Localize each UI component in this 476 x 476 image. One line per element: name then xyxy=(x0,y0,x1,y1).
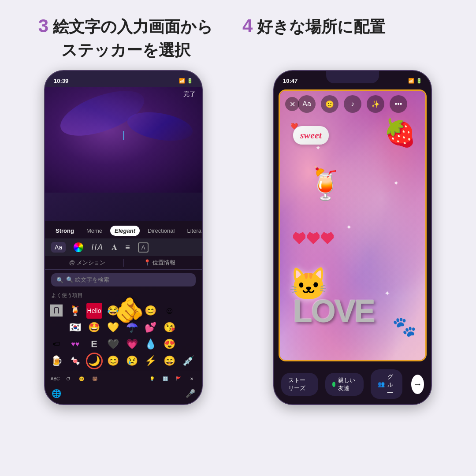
story-music-button[interactable]: ♪ xyxy=(344,95,361,113)
story-bottom-bar: ストーリーズ 親しい友達 👥 グル— → xyxy=(274,364,431,404)
story-more-button[interactable]: ••• xyxy=(390,95,407,113)
kb-close[interactable]: ✕ xyxy=(185,373,198,384)
emoji-empty2 xyxy=(48,320,64,335)
sweet-sticker[interactable]: ❤️ sweet xyxy=(293,126,329,145)
step3-title: 3 絵文字の入力画面から ステッカーを選択 xyxy=(38,13,213,61)
tab-meme[interactable]: Meme xyxy=(82,226,107,236)
paw-sticker[interactable]: 🐾 xyxy=(392,315,416,338)
emoji-moon[interactable]: 🌙 xyxy=(86,353,102,369)
phone1-status-icons: 📶 🔋 xyxy=(179,78,193,84)
kb-bear[interactable]: 🐻 xyxy=(88,373,101,384)
pixel-hearts-sticker[interactable] xyxy=(293,232,334,244)
style-tabs: Strong Meme Elegant Directional Litera… xyxy=(45,221,202,238)
emoji-kiss[interactable]: 😘 xyxy=(162,320,178,335)
stories-button[interactable]: ストーリーズ xyxy=(281,373,318,396)
font-style-icon[interactable]: IIA xyxy=(91,243,104,252)
phone1-time: 10:39 xyxy=(54,78,68,84)
emoji-empty3 xyxy=(180,320,196,335)
emoji-empty4 xyxy=(180,336,196,352)
font-size-icon[interactable]: Aa xyxy=(51,242,66,253)
close-friends-button[interactable]: 親しい友達 xyxy=(325,373,364,396)
keyboard-area: ABC ⏱ 😊 🐻 💡 🔡 🚩 ✕ 🌐 xyxy=(45,371,202,404)
marble-swirl xyxy=(45,87,202,193)
group-button[interactable]: 👥 グル— xyxy=(371,369,402,399)
story-effect-button[interactable]: ✨ xyxy=(367,95,384,113)
emoji-grin[interactable]: 😄 xyxy=(162,353,178,369)
emoji-sticker2[interactable]: 🏷 xyxy=(48,336,64,352)
search-placeholder: 🔍 絵文字を検索 xyxy=(66,276,109,284)
love-text: LOVE xyxy=(293,294,374,329)
tab-literal[interactable]: Litera… xyxy=(182,226,203,236)
mic-key[interactable]: 🎤 xyxy=(182,386,198,402)
emoji-drink2[interactable]: 🍹 xyxy=(67,303,83,319)
text-box-icon[interactable]: A xyxy=(138,242,149,253)
kb-abc2[interactable]: 🔡 xyxy=(159,373,172,384)
emoji-heart-b[interactable]: 🖤 xyxy=(105,336,121,352)
emoji-drop[interactable]: 💧 xyxy=(143,336,159,352)
tab-strong[interactable]: Strong xyxy=(51,226,78,236)
strawberry-emoji: 🍓 xyxy=(383,118,416,148)
kb-flag[interactable]: 🚩 xyxy=(172,373,185,384)
tab-directional[interactable]: Directional xyxy=(143,226,179,236)
emoji-sticker1[interactable]: Hello xyxy=(86,303,102,319)
emoji-smile2[interactable]: ☺️ xyxy=(162,303,178,319)
kb-emoji[interactable]: 😊 xyxy=(75,373,88,384)
story-text-button[interactable]: Aa xyxy=(298,95,316,113)
story-close-button[interactable]: ✕ xyxy=(285,97,299,111)
emoji-search-bar[interactable]: 🔍 🔍 絵文字を検索 xyxy=(51,273,196,286)
drink-sticker[interactable]: 🍹 xyxy=(306,166,345,202)
battery-icon2: 🔋 xyxy=(416,78,422,84)
text-effect-icon[interactable]: 𝐀 xyxy=(112,243,117,252)
story-sticker-button[interactable]: 🙂 xyxy=(321,95,338,113)
emoji-flag-kr[interactable]: 🇰🇷 xyxy=(67,320,83,335)
emoji-letter-e[interactable]: E xyxy=(86,336,102,352)
emoji-smile1[interactable]: 😊 xyxy=(143,303,159,319)
main-container: 3 絵文字の入力画面から ステッカーを選択 4 好きな場所に配置 10:39 📶 xyxy=(0,0,476,476)
sparkle2: ✦ xyxy=(393,179,399,187)
emoji-candy[interactable]: 🍬 xyxy=(67,353,83,369)
emoji-heart-p[interactable]: 💗 xyxy=(124,336,140,352)
kb-clock[interactable]: ⏱ xyxy=(62,373,75,384)
hand-cursor: 🫵 xyxy=(114,296,145,325)
keyboard-row1: ABC ⏱ 😊 🐻 💡 🔡 🚩 ✕ xyxy=(48,373,198,384)
phones-row: 10:39 📶 🔋 完了 xyxy=(0,66,476,476)
emoji-happy[interactable]: 😊 xyxy=(105,353,121,369)
story-background: ✦ ✦ ✦ ✦ ✕ Aa 🙂 ♪ ✨ ••• xyxy=(280,91,425,360)
phone1-frame: 10:39 📶 🔋 完了 xyxy=(44,70,203,405)
emoji-hearts[interactable]: 💕 xyxy=(143,320,159,335)
location-button[interactable]: 📍 位置情報 xyxy=(124,259,196,267)
tab-elegant[interactable]: Elegant xyxy=(110,226,140,236)
align-icon[interactable]: ≡ xyxy=(125,243,130,252)
emoji-starry[interactable]: 🤩 xyxy=(86,320,102,335)
done-button[interactable]: 完了 xyxy=(183,90,196,98)
next-button[interactable]: → xyxy=(411,375,424,394)
globe-key[interactable]: 🌐 xyxy=(48,386,64,402)
emoji-sad[interactable]: 😢 xyxy=(124,353,140,369)
kb-abc[interactable]: ABC xyxy=(48,373,62,384)
close-friends-label: 親しい友達 xyxy=(338,376,356,392)
emoji-pw-hearts[interactable]: ♥♥ xyxy=(67,336,83,352)
pixel-heart-1 xyxy=(293,232,305,244)
phone2-wrapper: 10:47 📶 🔋 ✦ ✦ ✦ ✦ xyxy=(242,70,463,405)
color-wheel-icon[interactable] xyxy=(74,242,83,252)
kb-bulb[interactable]: 💡 xyxy=(145,373,159,384)
phone2-content: ✦ ✦ ✦ ✦ ✕ Aa 🙂 ♪ ✨ ••• xyxy=(274,87,431,404)
phone2-status-icons: 📶 🔋 xyxy=(408,78,422,84)
step4-header: 4 好きな場所に配置 xyxy=(234,13,458,39)
emoji-o[interactable]: 🅾 xyxy=(48,303,64,319)
strawberry-sticker[interactable]: 🍓 xyxy=(383,117,416,149)
phone1-bg xyxy=(45,87,202,193)
phone1-notch xyxy=(97,71,150,83)
sparkle1: ✦ xyxy=(315,144,321,152)
battery-icon: 🔋 xyxy=(187,78,193,84)
phone1-wrapper: 10:39 📶 🔋 完了 xyxy=(13,70,234,405)
emoji-beer[interactable]: 🍺 xyxy=(48,353,64,369)
emoji-zap[interactable]: ⚡ xyxy=(143,353,159,369)
sweet-text: sweet xyxy=(300,130,322,141)
emoji-love-eyes[interactable]: 😍 xyxy=(162,336,178,352)
sweet-heart: ❤️ xyxy=(290,123,298,130)
stories-label: ストーリーズ xyxy=(288,376,311,392)
mention-button[interactable]: @ メンション xyxy=(51,259,123,267)
emoji-syringe[interactable]: 💉 xyxy=(180,353,196,369)
love-sticker[interactable]: LOVE xyxy=(293,293,374,329)
